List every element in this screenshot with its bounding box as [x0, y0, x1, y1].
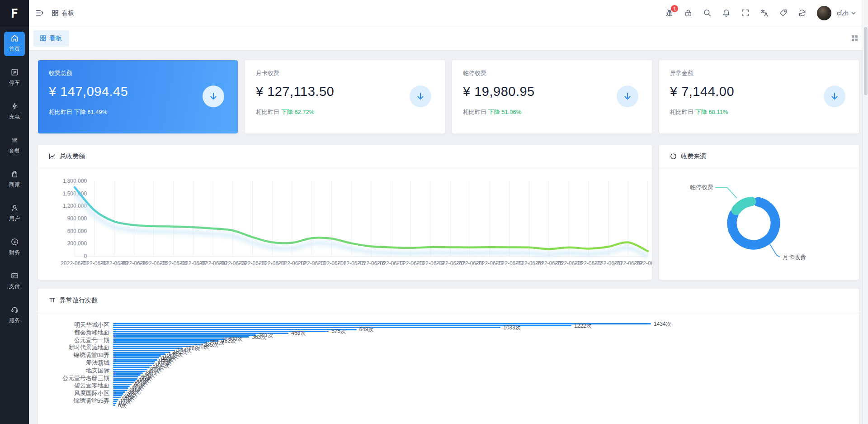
bar-row[interactable] — [113, 387, 128, 389]
bar-row[interactable] — [113, 376, 138, 377]
bell-icon[interactable] — [722, 9, 731, 17]
sidebar-item-label: 套餐 — [9, 147, 20, 155]
bar-row[interactable] — [113, 369, 147, 370]
bar-row[interactable] — [113, 367, 150, 368]
bar-category-label: 地安国际 — [38, 367, 109, 374]
bar-row[interactable] — [113, 329, 357, 330]
bar-row[interactable] — [113, 382, 134, 383]
sidebar-item-label: 用户 — [9, 215, 20, 223]
svg-text:900,000: 900,000 — [67, 215, 87, 222]
bar-row[interactable] — [113, 359, 157, 361]
search-icon[interactable] — [703, 9, 712, 17]
total-revenue-line-chart: 0300,000600,000900,0001,200,0001,500,000… — [38, 168, 652, 280]
bar-row[interactable] — [113, 342, 207, 343]
bar-category-label: 锦绣满堂55弄 — [38, 398, 109, 404]
bar-row[interactable] — [113, 357, 159, 358]
compare-value: 下降 68.11% — [695, 109, 728, 115]
download-arrow-button[interactable] — [203, 86, 224, 107]
sidebar-item-停车[interactable]: P停车 — [4, 66, 25, 90]
bar-row[interactable] — [113, 327, 500, 328]
sidebar-item-label: 充电 — [9, 113, 20, 121]
refresh-icon[interactable] — [798, 9, 807, 17]
download-arrow-button[interactable] — [824, 86, 845, 107]
sidebar-item-服务[interactable]: 服务 — [4, 303, 25, 328]
bar-row[interactable] — [113, 350, 175, 351]
username: cfzh — [837, 10, 849, 17]
bar-row[interactable] — [113, 353, 165, 355]
bar-row[interactable] — [113, 371, 146, 372]
line-chart-icon — [49, 153, 56, 160]
bar-row[interactable] — [113, 340, 219, 342]
bar-row[interactable] — [113, 338, 226, 340]
bar-row[interactable] — [113, 378, 137, 380]
bar-category-label: 碧云壹零地面 — [38, 382, 109, 389]
stat-card-value: ¥ 19,980.95 — [463, 84, 641, 99]
collapse-menu-icon[interactable] — [35, 9, 44, 17]
bar-row[interactable] — [113, 355, 161, 357]
bar-row[interactable] — [113, 325, 571, 326]
bar-category-label: 明天华城小区 — [38, 322, 109, 328]
sidebar-item-套餐[interactable]: VIP套餐 — [4, 133, 25, 158]
bar-row[interactable] — [113, 393, 123, 395]
scrollbar-thumb[interactable] — [864, 27, 868, 95]
bar-row[interactable] — [113, 372, 143, 374]
stat-card-title: 收费总额 — [49, 69, 227, 77]
svg-text:月卡收费: 月卡收费 — [783, 254, 806, 261]
sidebar-item-label: 首页 — [9, 45, 20, 53]
bar-row[interactable] — [113, 403, 116, 404]
bar-row[interactable] — [113, 395, 122, 396]
bug-icon[interactable]: 1 — [665, 9, 674, 17]
parking-icon: P — [11, 68, 19, 77]
sidebar-item-首页[interactable]: 首页 — [4, 32, 25, 56]
breadcrumb[interactable]: 看板 — [52, 9, 74, 17]
download-arrow-button[interactable] — [410, 86, 431, 107]
bar-value-label: 1222次 — [574, 323, 592, 329]
total-revenue-plot[interactable]: 0300,000600,000900,0001,200,0001,500,000… — [38, 168, 652, 280]
bar-row[interactable] — [113, 361, 155, 362]
bar-row[interactable] — [113, 397, 121, 398]
sidebar-item-支付[interactable]: 支付 — [4, 269, 25, 294]
bar-row[interactable] — [113, 405, 115, 406]
lock-icon[interactable] — [684, 9, 693, 17]
bar-row[interactable] — [113, 390, 127, 391]
tab-grid-icon — [40, 35, 46, 41]
sidebar-item-label: 财务 — [9, 249, 20, 257]
sidebar-item-label: 停车 — [9, 79, 20, 87]
bar-row[interactable] — [113, 323, 651, 324]
bar-row[interactable] — [113, 401, 117, 402]
bar-row[interactable] — [113, 363, 154, 364]
bar-row[interactable] — [113, 384, 132, 385]
sidebar: F 首页P停车充电VIP套餐商家用户¥财务支付服务 — [0, 0, 29, 424]
stat-card-title: 临停收费 — [463, 69, 641, 77]
svg-text:0: 0 — [84, 253, 87, 259]
bar-row[interactable] — [113, 374, 141, 376]
bar-category-label: 都会新峰地面 — [38, 329, 109, 336]
avatar[interactable] — [817, 6, 831, 20]
bar-row[interactable] — [113, 365, 152, 366]
stat-card-临停收费: 临停收费¥ 19,980.95相比昨日 下降 51.06% — [452, 60, 652, 133]
fullscreen-icon[interactable] — [741, 9, 750, 17]
user-menu[interactable]: cfzh — [837, 10, 856, 17]
bar-row[interactable] — [113, 386, 130, 387]
sidebar-item-商家[interactable]: 商家 — [4, 167, 25, 192]
download-arrow-button[interactable] — [617, 86, 638, 107]
abnormal-release-plot[interactable]: 1434次1222次1033次649次575次468次381次363次300次2… — [38, 312, 859, 424]
bar-row[interactable] — [113, 399, 118, 400]
sidebar-item-用户[interactable]: 用户 — [4, 201, 25, 226]
bar-row[interactable] — [113, 352, 170, 353]
stat-card-value: ¥ 7,144.00 — [670, 84, 848, 99]
tab-dashboard[interactable]: 看板 — [33, 30, 69, 47]
layout-grid-icon[interactable] — [851, 35, 858, 42]
compare-label: 相比昨日 — [463, 109, 488, 115]
sidebar-item-财务[interactable]: ¥财务 — [4, 235, 25, 260]
stat-card-title: 月卡收费 — [256, 69, 434, 77]
app-logo[interactable]: F — [0, 0, 29, 26]
sidebar-item-label: 商家 — [9, 181, 20, 189]
tag-icon[interactable] — [779, 9, 788, 17]
app-root: F 首页P停车充电VIP套餐商家用户¥财务支付服务 看板 1 — [0, 0, 868, 424]
revenue-source-plot[interactable]: 临停收费月卡收费 — [659, 168, 859, 280]
sidebar-item-充电[interactable]: 充电 — [4, 100, 25, 124]
translate-icon[interactable] — [760, 9, 769, 17]
bar-row[interactable] — [113, 391, 125, 393]
bar-row[interactable] — [113, 380, 136, 381]
